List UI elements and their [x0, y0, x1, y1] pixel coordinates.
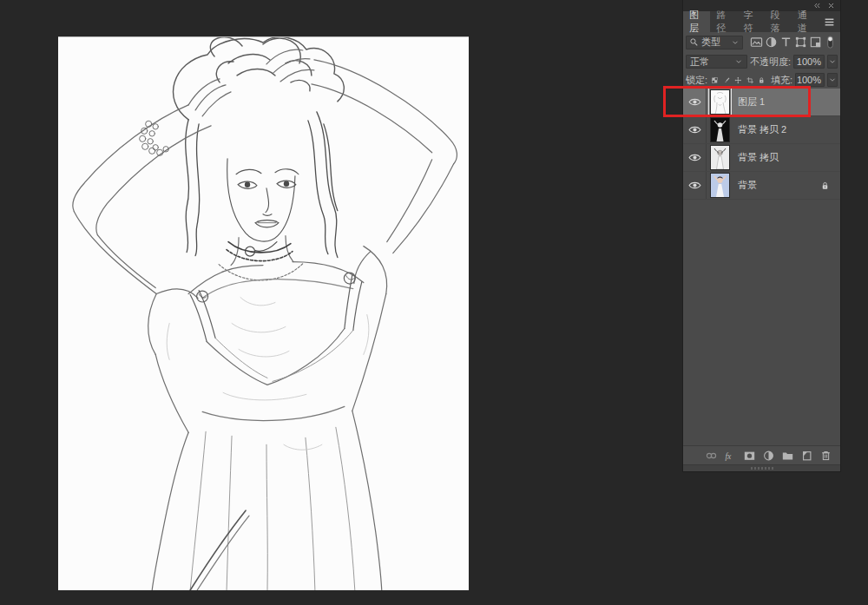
tab-paths[interactable]: 路径 [710, 11, 737, 32]
eye-icon [688, 97, 701, 107]
tab-character[interactable]: 字符 [737, 11, 764, 32]
fill-input[interactable]: 100% [795, 73, 825, 87]
lock-label: 锁定: [686, 74, 707, 87]
lock-position-icon[interactable] [734, 75, 742, 86]
document-canvas[interactable] [58, 36, 469, 590]
type-layer-filter-icon[interactable] [779, 36, 792, 49]
layer-row[interactable]: 背景 [683, 172, 840, 200]
layer-name: 图层 1 [738, 95, 765, 109]
layer-row[interactable]: 背景 拷贝 [683, 144, 840, 172]
blend-mode-select[interactable]: 正常 [686, 55, 747, 69]
layer-row[interactable]: 图层 1 [683, 89, 840, 116]
link-layers-icon[interactable] [705, 450, 718, 462]
layer-name: 背景 拷贝 [738, 151, 779, 164]
panel-menu-button[interactable] [819, 11, 840, 32]
opacity-value: 100% [797, 56, 821, 67]
grip-dots [751, 467, 773, 470]
tab-label: 字符 [743, 9, 758, 35]
layer-thumbnail-image [711, 174, 729, 197]
pixel-layer-filter-icon[interactable] [750, 36, 763, 49]
panel-group-header [683, 0, 840, 11]
eye-icon [688, 181, 701, 190]
filter-kind-select[interactable]: 类型 [686, 36, 743, 49]
layer-mask-icon[interactable] [743, 450, 756, 462]
filter-toggle-switch[interactable] [824, 36, 837, 49]
blend-mode-value: 正常 [690, 56, 709, 69]
layers-toolbar [683, 445, 840, 464]
new-group-icon[interactable] [781, 450, 794, 462]
lock-pixels-icon[interactable] [723, 75, 731, 86]
opacity-dropdown-button[interactable] [827, 55, 838, 69]
new-layer-icon[interactable] [800, 450, 813, 462]
layer-name: 背景 拷贝 2 [738, 123, 786, 136]
layer-thumbnail-image [711, 146, 729, 169]
lock-transparency-icon[interactable] [711, 75, 719, 86]
layer-thumbnail[interactable] [710, 89, 730, 115]
close-icon[interactable] [827, 2, 835, 10]
chevron-down-icon [734, 57, 743, 66]
eye-icon [688, 125, 701, 135]
chevron-down-icon [731, 38, 740, 47]
fill-dropdown-button[interactable] [827, 73, 838, 87]
filter-type-buttons [749, 36, 838, 49]
panel-menu-icon [824, 17, 835, 27]
lock-all-icon[interactable] [758, 75, 766, 86]
collapse-panels-icon[interactable] [812, 2, 820, 10]
visibility-toggle[interactable] [683, 116, 707, 143]
layer-thumbnail[interactable] [710, 173, 730, 198]
search-icon [689, 37, 699, 47]
panel-resize-grip[interactable] [683, 464, 840, 471]
sketch-artwork [58, 37, 469, 590]
tab-label: 段落 [771, 9, 786, 35]
layer-thumbnail-image [711, 118, 729, 141]
layer-thumbnail-image [711, 90, 729, 114]
tab-label: 图层 [689, 9, 704, 35]
lock-row: 锁定: 填充: 100% [683, 71, 840, 89]
fill-label: 填充: [771, 74, 792, 87]
blend-mode-row: 正常 不透明度: 100% [683, 52, 840, 71]
delete-layer-icon[interactable] [819, 450, 832, 462]
layer-name: 背景 [738, 179, 757, 192]
smart-object-filter-icon[interactable] [809, 36, 822, 49]
visibility-toggle[interactable] [683, 172, 707, 199]
adjustment-layer-icon[interactable] [762, 450, 775, 462]
panel-tabbar: 图层 路径 字符 段落 通道 [683, 11, 840, 32]
layer-style-fx-icon[interactable] [724, 450, 737, 462]
layers-panel: 图层 路径 字符 段落 通道 类型 正常 不透明度: [683, 0, 840, 471]
opacity-label: 不透明度: [750, 56, 791, 69]
layer-filter-row: 类型 [683, 32, 840, 52]
layer-row[interactable]: 背景 拷贝 2 [683, 116, 840, 144]
chevron-down-icon [828, 57, 837, 66]
layer-list: 图层 1 背景 拷贝 2 背景 拷贝 背景 [683, 89, 840, 445]
tab-label: 通道 [798, 9, 812, 35]
filter-kind-label: 类型 [701, 36, 720, 49]
adjustment-layer-filter-icon[interactable] [765, 36, 778, 49]
fill-value: 100% [797, 75, 821, 85]
visibility-toggle[interactable] [683, 144, 707, 171]
eye-icon [688, 153, 701, 162]
visibility-toggle[interactable] [683, 89, 707, 115]
tab-label: 路径 [716, 9, 731, 35]
chevron-down-icon [828, 76, 837, 84]
opacity-input[interactable]: 100% [793, 55, 825, 69]
layer-thumbnail[interactable] [710, 145, 730, 170]
layer-thumbnail[interactable] [710, 117, 730, 142]
lock-artboard-icon[interactable] [746, 75, 754, 86]
tab-channels[interactable]: 通道 [792, 11, 819, 32]
layer-lock-icon [820, 181, 830, 191]
tab-layers[interactable]: 图层 [683, 11, 710, 32]
shape-layer-filter-icon[interactable] [794, 36, 807, 49]
tab-paragraph[interactable]: 段落 [765, 11, 792, 32]
